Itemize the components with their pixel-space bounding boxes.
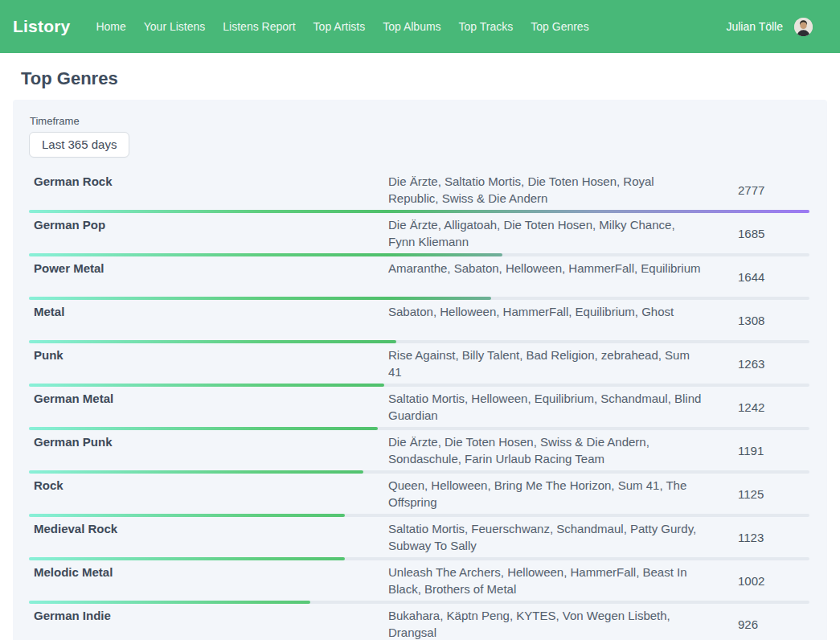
genre-bar-track [29, 384, 809, 387]
genre-count: 1308 [703, 314, 809, 327]
genre-name: German Indie [29, 607, 388, 624]
table-row: Punk Rise Against, Billy Talent, Bad Rel… [29, 343, 809, 387]
genre-bar-track [29, 427, 809, 430]
table-row: Rock Queen, Helloween, Bring Me The Hori… [29, 474, 809, 517]
genre-name: German Pop [29, 216, 388, 233]
genre-artists: Bukahara, Käptn Peng, KYTES, Von Wegen L… [388, 607, 703, 640]
table-row: German Metal Saltatio Mortis, Helloween,… [29, 387, 809, 430]
genre-bar-track [29, 514, 809, 517]
genre-artists: Rise Against, Billy Talent, Bad Religion… [388, 347, 703, 380]
table-row: German Pop Die Ärzte, Alligatoah, Die To… [29, 213, 809, 256]
genre-artists: Queen, Helloween, Bring Me The Horizon, … [388, 477, 703, 511]
genre-artists: Die Ärzte, Saltatio Mortis, Die Toten Ho… [388, 173, 703, 207]
genre-count: 1191 [703, 444, 809, 457]
genre-count: 1644 [703, 270, 809, 284]
genre-count: 2777 [703, 183, 809, 197]
nav-item-top-artists[interactable]: Top Artists [313, 20, 366, 33]
genre-bar-fill [29, 340, 396, 343]
timeframe-label: Timeframe [30, 115, 809, 127]
genre-artists: Saltatio Mortis, Helloween, Equilibrium,… [388, 390, 703, 424]
genre-bar-fill-clip [29, 514, 345, 517]
genre-count: 926 [703, 617, 809, 631]
table-row: Melodic Metal Unleash The Archers, Hello… [29, 560, 809, 604]
genre-bar-track [29, 557, 809, 560]
genre-bar-fill-clip [29, 427, 378, 430]
nav-item-top-albums[interactable]: Top Albums [383, 20, 440, 33]
genre-bar-fill [29, 557, 345, 560]
genre-bar-fill [29, 470, 363, 474]
table-row: Medieval Rock Saltatio Mortis, Feuerschw… [29, 517, 809, 560]
genre-name: German Rock [29, 173, 388, 190]
genre-bar-fill-clip [29, 210, 809, 213]
main-content: Top Genres Timeframe Last 365 days Germa… [0, 68, 840, 640]
genre-bar-fill [29, 601, 310, 604]
page-title: Top Genres [21, 68, 840, 89]
user-avatar-icon [794, 18, 813, 36]
genre-bar-track [29, 210, 809, 213]
genre-bar-fill [29, 210, 809, 213]
main-nav: Home Your Listens Listens Report Top Art… [96, 20, 606, 33]
genre-artists: Die Ärzte, Die Toten Hosen, Swiss & Die … [388, 433, 703, 467]
genre-name: Punk [29, 347, 388, 363]
nav-item-listens-report[interactable]: Listens Report [223, 20, 295, 33]
genre-bar-fill-clip [29, 297, 491, 300]
table-row: German Indie Bukahara, Käptn Peng, KYTES… [29, 604, 809, 640]
genre-bar-fill-clip [29, 384, 384, 387]
genre-bar-fill [29, 297, 491, 300]
genre-bar-fill-clip [29, 557, 345, 560]
table-row: German Rock Die Ärzte, Saltatio Mortis, … [29, 170, 809, 213]
genre-name: Melodic Metal [29, 564, 388, 581]
genre-count: 1002 [703, 574, 809, 588]
genre-artists: Amaranthe, Sabaton, Helloween, HammerFal… [388, 260, 703, 277]
genre-name: Rock [29, 477, 388, 494]
genre-bar-track [29, 601, 809, 604]
timeframe-select[interactable]: Last 365 days [29, 132, 129, 158]
genre-table: German Rock Die Ärzte, Saltatio Mortis, … [29, 170, 809, 640]
app-logo[interactable]: Listory [13, 17, 70, 36]
user-menu[interactable]: Julian Tölle [726, 18, 827, 36]
genre-bar-fill [29, 253, 502, 256]
genre-name: German Metal [29, 390, 388, 407]
genre-bar-fill [29, 384, 384, 387]
timeframe-filter: Timeframe Last 365 days [29, 115, 809, 158]
genre-bar-fill [29, 427, 378, 430]
genre-bar-track [29, 297, 809, 300]
genre-artists: Die Ärzte, Alligatoah, Die Toten Hosen, … [388, 216, 703, 250]
nav-item-top-genres[interactable]: Top Genres [531, 20, 588, 33]
genre-name: Medieval Rock [29, 520, 388, 537]
nav-item-top-tracks[interactable]: Top Tracks [459, 20, 514, 33]
genre-name: Metal [29, 303, 388, 320]
genre-count: 1685 [703, 227, 809, 240]
nav-item-your-listens[interactable]: Your Listens [144, 20, 206, 33]
genre-artists: Unleash The Archers, Helloween, HammerFa… [388, 564, 703, 597]
genre-name: German Punk [29, 433, 388, 450]
genre-bar-fill-clip [29, 601, 310, 604]
top-genres-card: Timeframe Last 365 days German Rock Die … [13, 100, 827, 640]
genre-count: 1242 [703, 400, 809, 414]
genre-bar-track [29, 253, 809, 256]
user-name: Julian Tölle [726, 20, 783, 33]
table-row: German Punk Die Ärzte, Die Toten Hosen, … [29, 430, 809, 474]
genre-name: Power Metal [29, 260, 388, 277]
nav-item-home[interactable]: Home [96, 20, 125, 33]
genre-count: 1123 [703, 531, 809, 544]
genre-artists: Saltatio Mortis, Feuerschwanz, Schandmau… [388, 520, 703, 554]
genre-count: 1263 [703, 357, 809, 371]
genre-bar-fill [29, 514, 345, 517]
table-row: Power Metal Amaranthe, Sabaton, Hellowee… [29, 256, 809, 300]
genre-bar-fill-clip [29, 340, 396, 343]
genre-bar-fill-clip [29, 253, 502, 256]
genre-bar-track [29, 470, 809, 474]
genre-artists: Sabaton, Helloween, HammerFall, Equilibr… [388, 303, 703, 320]
genre-bar-track [29, 340, 809, 343]
genre-bar-fill-clip [29, 470, 363, 474]
app-header: Listory Home Your Listens Listens Report… [0, 0, 840, 53]
table-row: Metal Sabaton, Helloween, HammerFall, Eq… [29, 300, 809, 343]
genre-count: 1125 [703, 487, 809, 501]
